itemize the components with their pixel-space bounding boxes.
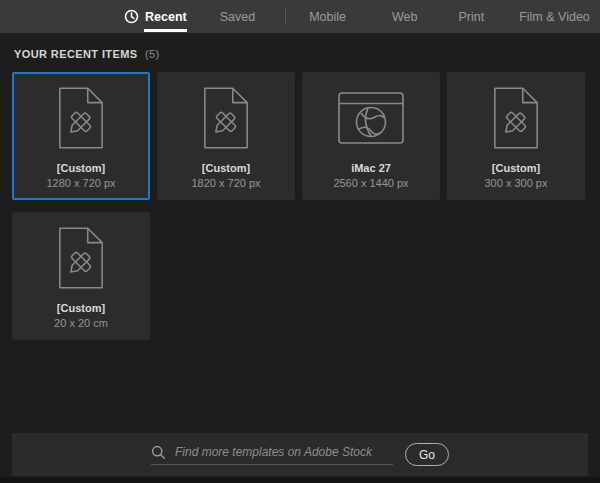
bottom-edge-strip [0, 477, 600, 483]
display-globe-icon [337, 85, 405, 151]
recent-item-card-custom-300x300[interactable]: [Custom] 300 x 300 px [447, 72, 585, 200]
recent-item-card-imac-27[interactable]: iMac 27 2560 x 1440 px [302, 72, 440, 200]
tab-recent-label: Recent [145, 10, 187, 24]
card-title: [Custom] [202, 162, 250, 174]
card-dimensions: 1280 x 720 px [46, 177, 115, 189]
recent-item-card-custom-1280x720[interactable]: [Custom] 1280 x 720 px [12, 72, 150, 200]
go-button[interactable]: Go [405, 443, 449, 466]
custom-document-icon [56, 225, 106, 291]
card-title: [Custom] [57, 302, 105, 314]
tab-mobile[interactable]: Mobile [309, 0, 346, 33]
recent-items-count: (5) [145, 48, 160, 60]
tab-saved-label: Saved [220, 10, 255, 24]
stock-search-input[interactable] [175, 445, 393, 459]
stock-search-field [151, 445, 393, 465]
card-dimensions: 1820 x 720 px [191, 177, 260, 189]
card-title: [Custom] [492, 162, 540, 174]
tab-mobile-label: Mobile [309, 10, 346, 24]
tab-web-label: Web [392, 10, 417, 24]
tab-print[interactable]: Print [458, 0, 484, 33]
custom-document-icon [491, 85, 541, 151]
tab-web[interactable]: Web [392, 0, 417, 33]
tab-group-divider [285, 8, 286, 25]
card-title: [Custom] [57, 162, 105, 174]
recent-items-header: YOUR RECENT ITEMS (5) [0, 33, 600, 72]
card-dimensions: 300 x 300 px [485, 177, 548, 189]
recent-items-grid: [Custom] 1280 x 720 px [Custom] 1820 x 7… [12, 72, 588, 340]
recent-item-card-custom-1820x720[interactable]: [Custom] 1820 x 720 px [157, 72, 295, 200]
tab-print-label: Print [458, 10, 484, 24]
recent-item-card-custom-20x20cm[interactable]: [Custom] 20 x 20 cm [12, 212, 150, 340]
custom-document-icon [201, 85, 251, 151]
card-dimensions: 2560 x 1440 px [333, 177, 408, 189]
clock-icon [124, 9, 139, 24]
new-document-tab-bar: Recent Saved Mobile Web Print Film & Vid… [0, 0, 600, 33]
active-tab-underline [144, 29, 187, 32]
tab-saved[interactable]: Saved [220, 0, 255, 33]
recent-items-title: YOUR RECENT ITEMS [14, 48, 138, 60]
adobe-stock-search-bar: Go [12, 433, 588, 476]
tab-recent[interactable]: Recent [124, 0, 187, 33]
tab-film-video-label: Film & Video [519, 10, 590, 24]
card-dimensions: 20 x 20 cm [54, 317, 108, 329]
custom-document-icon [56, 85, 106, 151]
search-icon [151, 445, 166, 460]
card-title: iMac 27 [351, 162, 391, 174]
tab-film-video[interactable]: Film & Video [519, 0, 590, 33]
